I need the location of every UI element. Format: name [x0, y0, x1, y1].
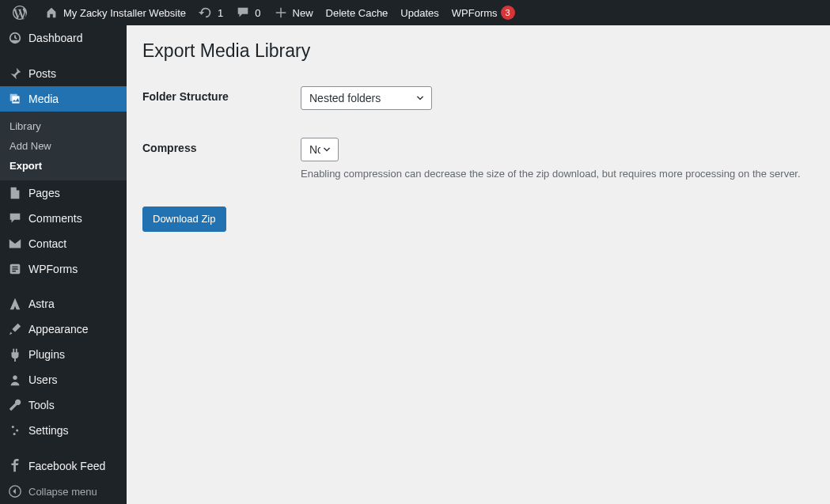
svg-point-5	[13, 433, 16, 435]
site-name[interactable]: My Zacky Installer Website	[38, 0, 192, 25]
delete-cache[interactable]: Delete Cache	[320, 0, 395, 25]
facebook-icon	[8, 459, 22, 473]
menu-pages[interactable]: Pages	[0, 180, 127, 206]
mail-icon	[8, 237, 22, 251]
collapse-icon	[8, 484, 22, 498]
svg-point-0	[13, 97, 15, 99]
pages-icon	[8, 186, 22, 200]
menu-appearance[interactable]: Appearance	[0, 316, 127, 342]
menu-facebook-feed[interactable]: Facebook Feed	[0, 453, 127, 479]
refresh-icon	[199, 6, 213, 20]
compress-select[interactable]: No	[301, 138, 339, 161]
folder-structure-select[interactable]: Nested folders	[301, 86, 432, 110]
menu-comments[interactable]: Comments	[0, 206, 127, 231]
svg-point-4	[16, 430, 18, 432]
menu-contact[interactable]: Contact	[0, 231, 127, 256]
submenu-export[interactable]: Export	[0, 156, 127, 176]
user-icon	[8, 373, 22, 387]
svg-point-2	[13, 376, 17, 380]
new-content[interactable]: New	[267, 0, 320, 25]
media-icon	[8, 92, 22, 106]
comment-icon	[236, 6, 250, 20]
site-name-label: My Zacky Installer Website	[63, 7, 186, 19]
form-icon	[8, 262, 22, 276]
plug-icon	[8, 347, 22, 362]
compress-label: Compress	[142, 126, 301, 195]
brush-icon	[8, 322, 22, 336]
new-label: New	[293, 7, 313, 19]
settings-form: Folder Structure Nested folders Compress…	[142, 74, 814, 195]
comments-count-label: 0	[255, 7, 260, 19]
download-zip-button[interactable]: Download Zip	[142, 207, 226, 232]
wp-logo[interactable]	[6, 0, 38, 25]
menu-dashboard[interactable]: Dashboard	[0, 25, 127, 51]
home-icon	[44, 6, 59, 20]
page-title: Export Media Library	[142, 33, 814, 74]
wordpress-icon	[13, 6, 27, 20]
menu-users[interactable]: Users	[0, 367, 127, 392]
media-submenu: Library Add New Export	[0, 112, 127, 180]
menu-plugins[interactable]: Plugins	[0, 342, 127, 367]
menu-astra[interactable]: Astra	[0, 291, 127, 316]
updates-link[interactable]: Updates	[394, 0, 445, 25]
admin-bar: My Zacky Installer Website 1 0 New Delet…	[0, 0, 830, 25]
updates-count: 1	[218, 7, 223, 19]
menu-wpforms[interactable]: WPForms	[0, 256, 127, 282]
astra-icon	[8, 297, 22, 311]
wpforms-badge: 3	[501, 6, 515, 20]
compress-description: Enabling compression can decrease the si…	[301, 168, 806, 180]
admin-menu: Dashboard Posts Media Library Add New Ex…	[0, 25, 127, 504]
menu-settings[interactable]: Settings	[0, 418, 127, 443]
dashboard-icon	[8, 31, 22, 45]
pin-icon	[8, 66, 22, 81]
comments-count[interactable]: 0	[229, 0, 267, 25]
menu-posts[interactable]: Posts	[0, 61, 127, 86]
svg-point-3	[12, 426, 14, 428]
folder-structure-label: Folder Structure	[142, 74, 301, 126]
submenu-add-new[interactable]: Add New	[0, 136, 127, 156]
menu-tools[interactable]: Tools	[0, 392, 127, 418]
wpforms-link[interactable]: WPForms 3	[445, 0, 521, 25]
plus-icon	[274, 6, 288, 20]
comments-icon	[8, 211, 22, 225]
submenu-library[interactable]: Library	[0, 116, 127, 136]
wrench-icon	[8, 398, 22, 412]
updates[interactable]: 1	[192, 0, 229, 25]
menu-media[interactable]: Media	[0, 86, 127, 112]
collapse-menu[interactable]: Collapse menu	[0, 479, 127, 504]
sliders-icon	[8, 423, 22, 438]
content-area: Export Media Library Folder Structure Ne…	[127, 25, 830, 504]
wpforms-label: WPForms	[452, 7, 498, 19]
